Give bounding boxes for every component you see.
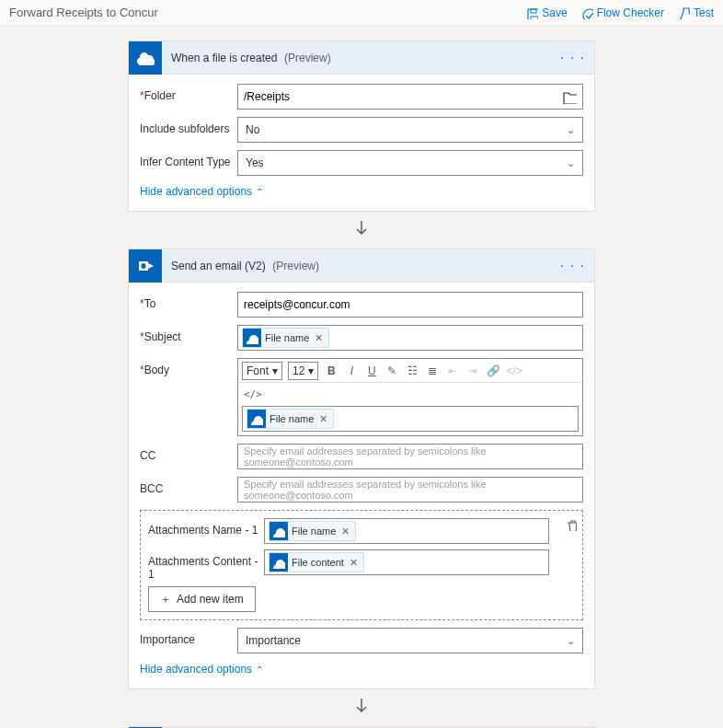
save-icon	[525, 6, 538, 19]
card-header[interactable]: When a file is created (Preview) · · ·	[129, 41, 594, 75]
onedrive-icon	[247, 410, 266, 428]
hide-advanced-link[interactable]: Hide advanced options⌃	[140, 661, 583, 679]
svg-point-6	[142, 263, 146, 269]
chevron-down-icon: ⌄	[567, 157, 575, 169]
color-button[interactable]: ✎	[384, 364, 399, 377]
italic-button[interactable]: I	[344, 364, 359, 377]
connector-arrow	[352, 219, 371, 241]
indent-button[interactable]: ⇥	[465, 364, 480, 377]
chevron-up-icon: ⌃	[256, 664, 263, 675]
attachment-name-input[interactable]: File name ✕	[264, 518, 549, 544]
font-family-select[interactable]: Font▾	[242, 362, 282, 380]
onedrive-icon	[243, 329, 261, 347]
dynamic-token-filecontent[interactable]: File content ✕	[269, 552, 364, 572]
chevron-down-icon: ⌄	[567, 124, 575, 136]
code-view-button[interactable]: </>	[506, 364, 521, 377]
remove-token-icon[interactable]: ✕	[317, 413, 329, 425]
remove-token-icon[interactable]: ✕	[348, 557, 360, 569]
number-list-button[interactable]: ≣	[425, 364, 440, 377]
delete-attachment-icon[interactable]	[564, 518, 577, 531]
dynamic-token-filename[interactable]: File name ✕	[247, 409, 334, 429]
cc-input[interactable]: Specify email addresses separated by sem…	[237, 444, 583, 469]
html-tag-indicator: </>	[242, 387, 579, 406]
to-input[interactable]	[237, 292, 583, 318]
remove-token-icon[interactable]: ✕	[313, 332, 325, 344]
outdent-button[interactable]: ⇤	[445, 364, 460, 377]
link-button[interactable]: 🔗	[486, 364, 500, 377]
add-new-item-button[interactable]: ＋ Add new item	[148, 586, 256, 612]
test-button[interactable]: Test	[677, 6, 714, 19]
card-header[interactable]: Send an email (V2) (Preview) · · ·	[129, 249, 594, 283]
plus-icon: ＋	[160, 592, 171, 607]
onedrive-icon	[129, 41, 162, 75]
folder-field[interactable]	[244, 90, 562, 103]
infer-content-type-select[interactable]: Yes ⌄	[237, 150, 583, 176]
onedrive-icon	[270, 553, 288, 572]
flow-checker-button[interactable]: Flow Checker	[580, 6, 664, 19]
rte-toolbar: Font▾ 12▾ B I U ✎ ☷ ≣ ⇤ ⇥ 🔗 </>	[238, 359, 582, 383]
attachment-content-input[interactable]: File content ✕	[264, 549, 549, 575]
underline-button[interactable]: U	[364, 364, 379, 377]
dynamic-token-filename[interactable]: File name ✕	[269, 521, 356, 541]
subject-input[interactable]: File name ✕	[237, 325, 583, 351]
remove-token-icon[interactable]: ✕	[339, 526, 351, 537]
flow-canvas: When a file is created (Preview) · · · *…	[0, 26, 723, 728]
bold-button[interactable]: B	[324, 364, 339, 377]
folder-input[interactable]	[237, 84, 583, 110]
top-bar: Forward Receipts to Concur Save Flow Che…	[0, 0, 723, 26]
flask-icon	[677, 6, 690, 19]
save-button[interactable]: Save	[525, 6, 567, 19]
outlook-icon	[129, 249, 162, 283]
action-card-send-email: Send an email (V2) (Preview) · · · *To *…	[128, 248, 595, 689]
font-size-select[interactable]: 12▾	[288, 362, 318, 380]
body-editor[interactable]: Font▾ 12▾ B I U ✎ ☷ ≣ ⇤ ⇥ 🔗 </> </> File…	[237, 358, 583, 436]
flow-title: Forward Receipts to Concur	[9, 6, 525, 19]
hide-advanced-link[interactable]: Hide advanced options⌃	[140, 183, 583, 202]
bullet-list-button[interactable]: ☷	[405, 364, 419, 377]
onedrive-icon	[270, 522, 288, 540]
card-menu-button[interactable]: · · ·	[560, 258, 585, 274]
bcc-input[interactable]: Specify email addresses separated by sem…	[237, 477, 583, 503]
attachments-block: Attachments Name - 1 File name ✕ Attachm…	[140, 510, 583, 620]
folder-picker-icon[interactable]	[562, 89, 577, 104]
connector-arrow	[352, 697, 371, 719]
include-subfolders-select[interactable]: No ⌄	[237, 117, 583, 143]
chevron-up-icon: ⌃	[256, 187, 263, 197]
dynamic-token-filename[interactable]: File name ✕	[242, 328, 329, 348]
trigger-card-onedrive: When a file is created (Preview) · · · *…	[128, 40, 595, 212]
check-icon	[580, 6, 593, 19]
chevron-down-icon: ⌄	[567, 635, 575, 647]
card-menu-button[interactable]: · · ·	[560, 50, 585, 66]
importance-select[interactable]: Importance ⌄	[237, 628, 583, 653]
